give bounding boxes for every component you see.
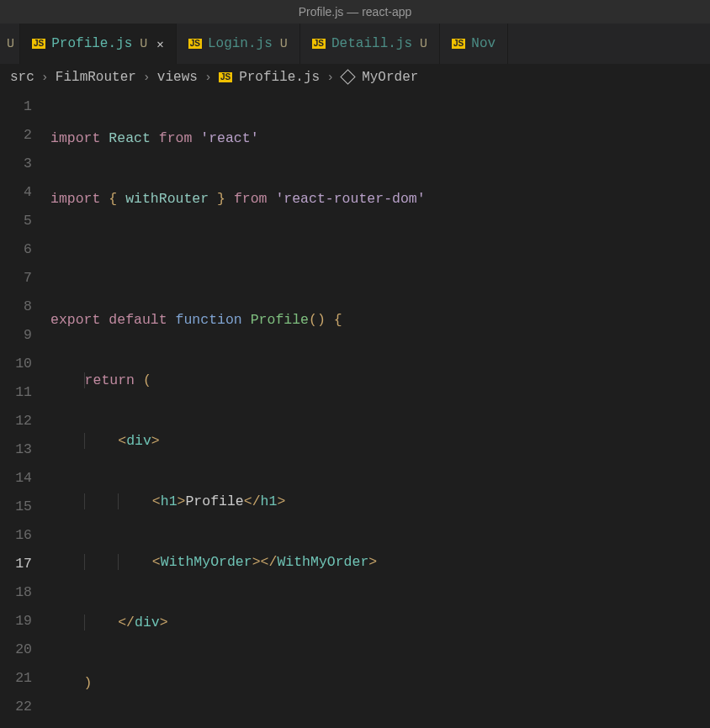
chevron-right-icon: › (41, 71, 49, 85)
chevron-right-icon: › (326, 71, 334, 85)
line-number: 16 (0, 521, 32, 550)
js-icon: JS (452, 39, 465, 49)
tab-status: U (420, 37, 427, 51)
chevron-right-icon: › (143, 71, 151, 85)
code-line[interactable]: </div> (50, 609, 710, 637)
tab-detail[interactable]: JS Detaill.js U (300, 24, 440, 64)
window-title: Profile.js — react-app (299, 5, 412, 18)
tab-filename: Detaill.js (331, 36, 412, 51)
tab-status: U (280, 37, 288, 51)
line-number: 10 (0, 350, 32, 378)
editor[interactable]: 1 2 3 4 5 6 7 8 9 10 11 12 13 14 15 16 1… (0, 91, 710, 728)
line-number: 22 (0, 693, 32, 721)
code-line[interactable]: <h1>Profile</h1> (50, 488, 710, 516)
js-icon: JS (312, 39, 326, 49)
code-line[interactable]: <WithMyOrder></WithMyOrder> (50, 548, 710, 577)
breadcrumb-seg[interactable]: FilmRouter (56, 70, 136, 85)
code-line[interactable]: import React from 'react' (50, 124, 710, 153)
breadcrumb[interactable]: src › FilmRouter › views › JS Profile.js… (0, 64, 710, 91)
window-titlebar: Profile.js — react-app (0, 0, 710, 24)
line-number: 7 (0, 264, 32, 293)
tab-filename: Nov (471, 36, 495, 51)
close-icon[interactable]: ✕ (153, 37, 163, 51)
tab-status: U (140, 37, 147, 51)
breadcrumb-seg[interactable]: Profile.js (239, 70, 320, 85)
tab-prev-stub[interactable]: U (0, 24, 20, 64)
tab-profile[interactable]: JS Profile.js U ✕ (20, 24, 177, 64)
js-icon: JS (219, 72, 232, 82)
line-number: 3 (0, 150, 32, 178)
line-number: 15 (0, 493, 32, 521)
line-number: 5 (0, 207, 32, 235)
chevron-right-icon: › (204, 71, 212, 85)
breadcrumb-seg[interactable]: src (10, 70, 34, 85)
code-line[interactable]: export default function Profile() { (50, 306, 710, 335)
line-number: 4 (0, 178, 32, 207)
tab-filename: Login.js (208, 36, 273, 51)
code-line[interactable]: return ( (50, 367, 710, 395)
line-number: 14 (0, 464, 32, 493)
breadcrumb-seg[interactable]: views (157, 70, 198, 85)
line-number: 21 (0, 664, 32, 693)
line-number: 1 (0, 92, 32, 121)
tab-nov[interactable]: JS Nov (440, 24, 508, 64)
code-area[interactable]: import React from 'react' import { withR… (50, 92, 710, 728)
line-gutter: 1 2 3 4 5 6 7 8 9 10 11 12 13 14 15 16 1… (0, 92, 50, 728)
js-icon: JS (188, 39, 202, 49)
line-number: 9 (0, 321, 32, 350)
line-number: 12 (0, 407, 32, 435)
tab-status: U (7, 37, 14, 51)
js-icon: JS (32, 39, 45, 49)
tab-bar: U JS Profile.js U ✕ JS Login.js U JS Det… (0, 24, 710, 64)
symbol-icon (340, 69, 355, 84)
line-number: 8 (0, 293, 32, 321)
line-number: 19 (0, 607, 32, 636)
tab-login[interactable]: JS Login.js U (177, 24, 300, 64)
code-line[interactable]: <div> (50, 427, 710, 456)
line-number: 18 (0, 578, 32, 607)
code-line[interactable]: import { withRouter } from 'react-router… (50, 185, 710, 214)
line-number: 2 (0, 121, 32, 150)
line-number: 6 (0, 235, 32, 264)
line-number: 13 (0, 435, 32, 464)
code-line[interactable]: ) (50, 669, 710, 698)
line-number: 11 (0, 378, 32, 407)
line-number: 17 (0, 550, 32, 578)
code-line[interactable] (50, 245, 710, 274)
breadcrumb-seg[interactable]: MyOrder (362, 70, 418, 85)
line-number: 20 (0, 636, 32, 664)
tab-filename: Profile.js (51, 36, 132, 51)
